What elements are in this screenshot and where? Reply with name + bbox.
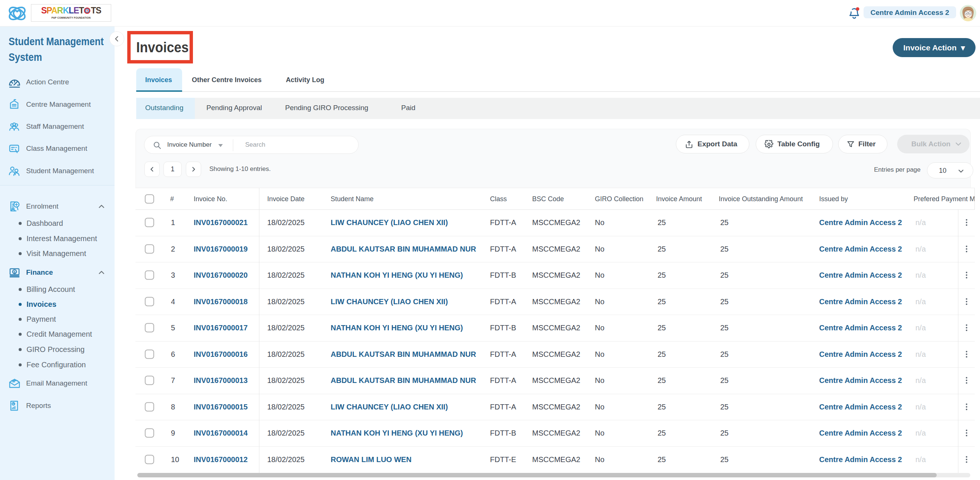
- svg-text:$: $: [13, 270, 16, 274]
